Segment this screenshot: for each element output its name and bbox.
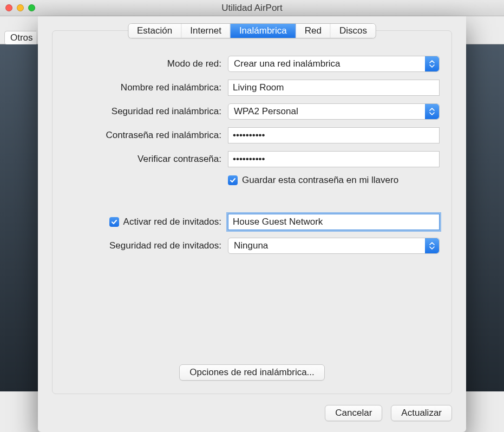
remember-password-checkbox[interactable] bbox=[228, 175, 238, 185]
tab-network[interactable]: Red bbox=[296, 24, 331, 38]
minimize-window-button[interactable] bbox=[17, 4, 24, 11]
window-titlebar: Utilidad AirPort bbox=[0, 0, 504, 16]
tab-internet[interactable]: Internet bbox=[181, 24, 231, 38]
remember-password-label: Guardar esta contraseña en mi llavero bbox=[242, 175, 398, 186]
chevron-updown-icon bbox=[425, 56, 439, 71]
settings-panel: Estación base Internet Inalámbrica Red D… bbox=[52, 30, 452, 394]
wireless-form: Modo de red: Crear una red inalámbrica N… bbox=[64, 56, 440, 254]
cancel-button[interactable]: Cancelar bbox=[325, 405, 382, 421]
guest-security-value: Ninguna bbox=[234, 240, 268, 251]
window-title: Utilidad AirPort bbox=[0, 3, 504, 14]
settings-tabbar: Estación base Internet Inalámbrica Red D… bbox=[128, 23, 376, 38]
enable-guest-checkbox[interactable] bbox=[109, 217, 119, 227]
guest-network-name-field[interactable] bbox=[228, 214, 440, 230]
zoom-window-button[interactable] bbox=[28, 4, 35, 11]
label-verify: Verificar contraseña: bbox=[64, 154, 221, 165]
settings-sheet: Estación base Internet Inalámbrica Red D… bbox=[38, 16, 466, 432]
other-devices-button[interactable]: Otros bbox=[4, 31, 36, 45]
tab-wireless[interactable]: Inalámbrica bbox=[231, 24, 296, 38]
network-mode-popup[interactable]: Crear una red inalámbrica bbox=[228, 56, 440, 72]
verify-password-field[interactable] bbox=[228, 151, 440, 167]
sheet-footer: Cancelar Actualizar bbox=[52, 405, 452, 421]
wireless-password-field[interactable] bbox=[228, 127, 440, 143]
chevron-updown-icon bbox=[425, 104, 439, 119]
tab-disks[interactable]: Discos bbox=[331, 24, 376, 38]
label-guest-security: Seguridad red de invitados: bbox=[64, 240, 221, 251]
wireless-security-value: WPA2 Personal bbox=[234, 106, 298, 117]
guest-security-popup[interactable]: Ninguna bbox=[228, 238, 440, 254]
network-name-field[interactable] bbox=[228, 80, 440, 96]
tab-base-station[interactable]: Estación base bbox=[128, 24, 181, 38]
label-network-name: Nombre red inalámbrica: bbox=[64, 82, 221, 93]
label-network-mode: Modo de red: bbox=[64, 58, 221, 69]
label-security: Seguridad red inalámbrica: bbox=[64, 106, 221, 117]
traffic-lights bbox=[5, 4, 35, 11]
wireless-security-popup[interactable]: WPA2 Personal bbox=[228, 103, 440, 120]
wireless-options-button[interactable]: Opciones de red inalámbrica... bbox=[179, 364, 325, 381]
enable-guest-text: Activar red de invitados: bbox=[123, 217, 221, 227]
chevron-updown-icon bbox=[425, 238, 439, 253]
label-enable-guest: Activar red de invitados: bbox=[64, 217, 221, 227]
label-password: Contraseña red inalámbrica: bbox=[64, 130, 221, 141]
update-button[interactable]: Actualizar bbox=[391, 405, 452, 421]
network-mode-value: Crear una red inalámbrica bbox=[234, 58, 341, 69]
close-window-button[interactable] bbox=[5, 4, 12, 11]
